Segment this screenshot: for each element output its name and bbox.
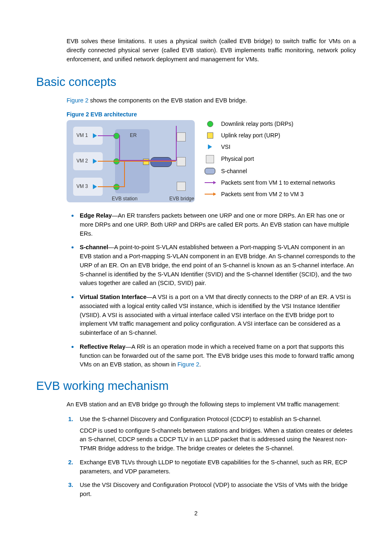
term-body: —An ER transfers packets between one URP… (80, 212, 349, 237)
legend-label: Uplink relay port (URP) (221, 132, 280, 139)
step-detail: CDCP is used to configure S-channels bet… (80, 426, 356, 453)
legend-row: Packets sent from VM 2 to VM 3 (205, 190, 356, 198)
legend-label: S-channel (221, 167, 247, 175)
term: Reflective Relay (80, 343, 125, 350)
figure-legend: Downlink relay ports (DRPs) Uplink relay… (205, 120, 356, 202)
legend-row: S-channel (205, 167, 356, 175)
orange-path (98, 186, 125, 187)
legend-row: Packets sent from VM 1 to external netwo… (205, 179, 356, 186)
term: Edge Relay (80, 212, 112, 219)
list-item: Use the S-channel Discovery and Configur… (67, 415, 356, 453)
legend-label: VSI (221, 143, 231, 151)
page: EVB solves these limitations. It uses a … (0, 0, 392, 533)
term-body-post: . (199, 361, 201, 368)
s-channel-icon (150, 157, 172, 167)
er-label: ER (130, 132, 137, 138)
list-item: S-channel—A point-to-point S-VLAN establ… (67, 243, 356, 288)
term-body: —A point-to-point S-VLAN established bet… (80, 244, 355, 286)
figure-2-link[interactable]: Figure 2 (67, 97, 88, 104)
physical-port-icon (206, 155, 214, 163)
vsi-icon (208, 144, 212, 149)
purple-arrow-icon (205, 182, 215, 183)
figure-2: ER VM 1 VM 2 VM 3 (67, 120, 356, 202)
vsi-icon (93, 133, 97, 138)
vm3-label: VM 3 (76, 183, 88, 189)
legend-row: VSI (205, 143, 356, 151)
concepts-list: Edge Relay—An ER transfers packets betwe… (36, 211, 356, 369)
figure-title: Figure 2 EVB architecture (67, 111, 356, 118)
list-item: Reflective Relay—A RR is an operation mo… (67, 343, 356, 369)
heading-evb-working-mechanism: EVB working mechanism (36, 379, 356, 393)
evb-bridge-label: EVB bridge (169, 196, 194, 202)
term: Virtual Station Interface (80, 294, 147, 300)
drp-icon (207, 121, 213, 127)
figure-ref-text: shows the components on the EVB station … (88, 97, 247, 104)
heading-basic-concepts: Basic concepts (36, 75, 356, 89)
step-text: Use the S-channel Discovery and Configur… (80, 416, 321, 422)
legend-label: Physical port (221, 155, 254, 162)
figure-reference-line: Figure 2 shows the components on the EVB… (67, 96, 356, 105)
figure-2-link[interactable]: Figure 2 (178, 361, 199, 368)
purple-path (98, 135, 115, 136)
orange-path (124, 161, 125, 186)
legend-label: Downlink relay ports (DRPs) (221, 120, 293, 127)
step-text: Exchange EVB TLVs through LLDP to negoti… (80, 459, 347, 475)
legend-row: Uplink relay port (URP) (205, 132, 356, 139)
physical-port-icon (177, 157, 186, 166)
page-number: 2 (0, 510, 392, 517)
mechanism-intro: An EVB station and an EVB bridge go thro… (67, 400, 356, 409)
step-text: Use the VSI Discovery and Configuration … (80, 482, 348, 497)
list-item: Exchange EVB TLVs through LLDP to negoti… (67, 458, 356, 476)
legend-row: Physical port (205, 155, 356, 163)
steps-list: Use the S-channel Discovery and Configur… (36, 415, 356, 499)
vsi-icon (93, 184, 97, 189)
physical-port-icon (177, 132, 186, 141)
list-item: Virtual Station Interface—A VSI is a por… (67, 293, 356, 338)
term: S-channel (80, 244, 108, 250)
s-channel-icon (205, 168, 215, 174)
purple-path (119, 135, 120, 161)
purple-path (176, 126, 177, 161)
orange-arrow-icon (205, 194, 215, 195)
vsi-icon (93, 159, 97, 164)
evb-architecture-diagram: ER VM 1 VM 2 VM 3 (67, 120, 195, 202)
legend-row: Downlink relay ports (DRPs) (205, 120, 356, 127)
vm2-label: VM 2 (76, 158, 88, 164)
list-item: Edge Relay—An ER transfers packets betwe… (67, 211, 356, 238)
urp-icon (207, 132, 213, 139)
intro-paragraph: EVB solves these limitations. It uses a … (36, 37, 356, 64)
legend-label: Packets sent from VM 2 to VM 3 (221, 190, 304, 198)
vm1-label: VM 1 (76, 132, 88, 138)
list-item: Use the VSI Discovery and Configuration … (67, 481, 356, 499)
orange-path (98, 161, 176, 162)
legend-label: Packets sent from VM 1 to external netwo… (221, 179, 335, 186)
evb-station-label: EVB station (112, 196, 138, 202)
physical-port-icon (177, 182, 186, 191)
